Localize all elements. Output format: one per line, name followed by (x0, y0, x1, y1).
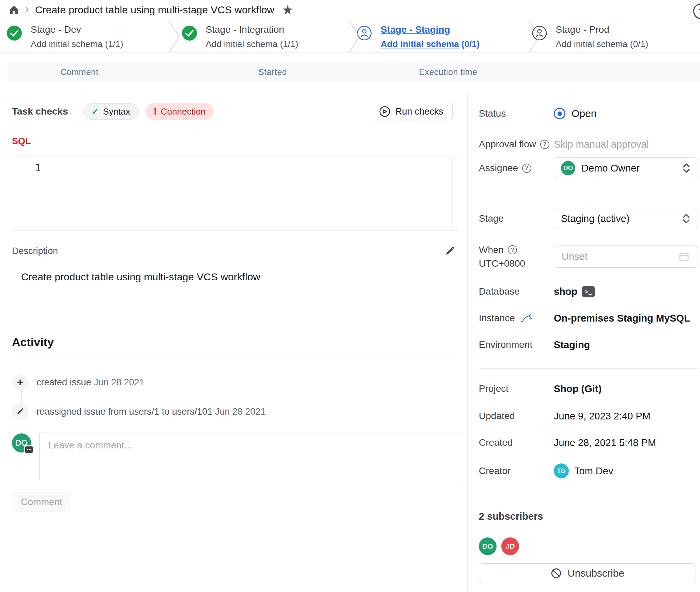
stage-separator (348, 20, 361, 53)
check-connection-badge[interactable]: ! Connection (146, 103, 214, 120)
updated-value: June 9, 2023 2:40 PM (554, 411, 651, 422)
sql-label: SQL (12, 136, 458, 148)
activity-item: + created issue Jun 28 2021 (12, 374, 458, 390)
check-icon: ✓ (92, 106, 99, 117)
avatar: DO (12, 433, 31, 453)
stage-task[interactable]: Add initial schema (1/1) (31, 39, 123, 49)
stage-integration[interactable]: Stage - Integration Add initial schema (… (175, 20, 350, 53)
activity-connector (21, 390, 22, 403)
divider (479, 368, 698, 369)
instance-row: Instance On-premises Staging MySQL (479, 310, 698, 327)
page-title: Create product table using multi-stage V… (35, 4, 274, 16)
check-syntax-badge[interactable]: ✓ Syntax (83, 103, 139, 120)
unsubscribe-button[interactable]: Unsubscribe (479, 563, 696, 583)
project-row: Project Shop (Git) (479, 380, 698, 397)
run-checks-label: Run checks (395, 106, 443, 117)
assignee-label: Assignee ? (479, 163, 554, 174)
approval-flow-value: Skip manual approval (554, 139, 649, 150)
activity-text: created issue Jun 28 2021 (36, 377, 144, 388)
calendar-icon (678, 251, 690, 263)
avatar[interactable]: JD (501, 537, 519, 555)
assignee-value: Demo Owner (581, 163, 640, 174)
stage-select[interactable]: Staging (active) (554, 208, 698, 229)
star-icon[interactable]: ★ (282, 3, 293, 16)
avatar: DO (561, 161, 575, 175)
help-icon[interactable]: ? (540, 140, 549, 149)
stage-task[interactable]: Add initial schema (1/1) (206, 39, 299, 49)
error-icon: ! (154, 106, 157, 117)
updated-label: Updated (479, 411, 554, 421)
radio-open-icon[interactable] (554, 108, 565, 119)
avatar: TD (554, 463, 569, 478)
stage-task[interactable]: Add initial schema (0/1) (381, 39, 480, 49)
stage-prod[interactable]: Stage - Prod Add initial schema (0/1) (525, 20, 700, 53)
chevron-up-down-icon (682, 213, 691, 224)
help-icon[interactable]: ? (522, 164, 531, 173)
stage-task[interactable]: Add initial schema (0/1) (556, 39, 649, 49)
editor-scrollbar[interactable] (451, 157, 452, 230)
stage-dev[interactable]: Stage - Dev Add initial schema (1/1) (0, 20, 175, 53)
run-checks-button[interactable]: Run checks (370, 103, 453, 120)
column-started: Started (258, 67, 287, 77)
project-value[interactable]: Shop (Git) (554, 383, 602, 395)
status-value: Open (554, 108, 596, 119)
creator-value[interactable]: TD Tom Dev (554, 463, 613, 478)
column-execution-time: Execution time (419, 67, 477, 77)
activity-text: reassigned issue from users/1 to users/1… (36, 406, 265, 417)
comment-button[interactable]: Comment (12, 492, 71, 512)
description-text: Create product table using multi-stage V… (21, 270, 458, 284)
plus-icon: + (12, 374, 28, 390)
sql-editor[interactable]: 1 (12, 157, 458, 231)
subscriber-avatars: DO JD (479, 537, 698, 555)
when-placeholder: Unset (562, 251, 588, 262)
divider (479, 497, 698, 497)
status-label: Status (479, 108, 554, 119)
subscribers-heading: 2 subscribers (479, 509, 698, 524)
stage-value: Staging (active) (561, 213, 630, 224)
line-number: 1 (35, 162, 41, 174)
home-icon[interactable] (9, 4, 19, 15)
issue-detail-page: › Create product table using multi-stage… (0, 0, 700, 592)
when-label: When ? UTC+0800 (479, 245, 554, 269)
creator-label: Creator (479, 465, 554, 476)
stage-pipeline: Stage - Dev Add initial schema (1/1) Sta… (0, 20, 700, 53)
stage-label: Stage (479, 213, 554, 224)
check-label: Connection (161, 106, 206, 117)
check-circle-icon (7, 26, 22, 41)
status-row: Status Open (479, 103, 698, 124)
chat-bubble-icon (24, 445, 34, 454)
stage-title: Stage - Dev (31, 23, 123, 35)
stage-separator (528, 20, 541, 53)
database-label: Database (479, 286, 554, 297)
created-row: Created June 28, 2021 5:48 PM (479, 434, 698, 451)
database-row: Database shop >_ (479, 283, 698, 300)
mysql-icon (519, 311, 533, 325)
avatar[interactable]: DO (479, 537, 497, 555)
approval-flow-label: Approval flow ? (479, 139, 554, 150)
terminal-icon[interactable]: >_ (582, 286, 595, 297)
when-date-input[interactable]: Unset (554, 246, 698, 268)
created-value: June 28, 2021 5:48 PM (554, 437, 656, 448)
approval-flow-row: Approval flow ? Skip manual approval (479, 134, 698, 154)
issue-main-panel: Task checks ✓ Syntax ! Connection Run ch… (0, 93, 468, 592)
stage-row: Stage Staging (active) (479, 208, 698, 229)
edit-description-button[interactable] (444, 246, 455, 256)
stage-title: Stage - Staging (381, 23, 480, 35)
instance-value[interactable]: On-premises Staging MySQL (554, 313, 690, 324)
task-checks-label: Task checks (12, 106, 68, 117)
task-checks-row: Task checks ✓ Syntax ! Connection Run ch… (12, 103, 458, 120)
stage-staging[interactable]: Stage - Staging Add initial schema (0/1) (350, 20, 525, 53)
activity-item: reassigned issue from users/1 to users/1… (12, 403, 458, 420)
check-circle-icon (182, 26, 197, 41)
issue-sidebar: Status Open Approval flow ? Skip manual … (468, 93, 700, 592)
help-icon[interactable]: ? (693, 3, 700, 19)
unsubscribe-label: Unsubscribe (567, 567, 624, 579)
stage-separator (168, 20, 181, 53)
comment-input[interactable] (39, 432, 458, 481)
database-value[interactable]: shop >_ (554, 286, 595, 297)
play-circle-icon (379, 106, 391, 117)
help-icon[interactable]: ? (508, 245, 517, 254)
when-row: When ? UTC+0800 Unset (479, 246, 698, 268)
column-comment: Comment (60, 67, 98, 77)
assignee-select[interactable]: DO Demo Owner (554, 157, 698, 179)
